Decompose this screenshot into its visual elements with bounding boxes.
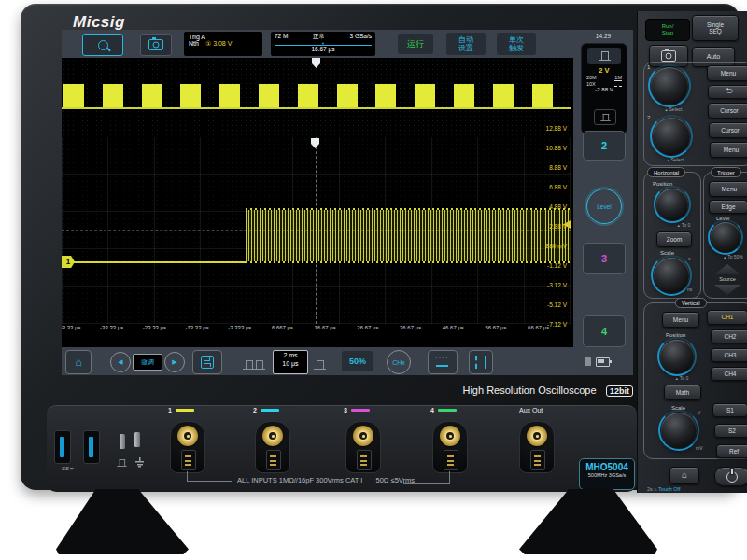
aux-limit: 50Ω ≤5Vrms: [376, 476, 416, 484]
t-scale-label: 6.667 μs: [272, 325, 293, 330]
math-button[interactable]: Math: [664, 385, 701, 400]
run-stop-button[interactable]: Run/Stop: [645, 19, 690, 41]
run-stop-line1: Run/: [662, 23, 674, 30]
trigger-label: Trig A: [189, 34, 258, 40]
auto-setup-line1: 自动: [458, 35, 473, 44]
horizontal-scale-knob[interactable]: [654, 258, 689, 293]
t-scale-label: 46.67 μs: [443, 325, 464, 330]
double-pulse-icon: [253, 360, 265, 370]
s1-button[interactable]: S1: [712, 403, 747, 417]
model-number: MHO5004: [580, 462, 634, 472]
single-seq-line1: Single: [707, 21, 724, 28]
sidebar-channel2-button[interactable]: 2: [583, 131, 626, 161]
usb-status-icon: [585, 357, 591, 366]
search-button[interactable]: [82, 34, 123, 56]
t-scale-label: -33.33 μs: [100, 325, 123, 330]
ref-button[interactable]: Ref: [716, 444, 747, 458]
sidebar-channel3-button[interactable]: 3: [583, 243, 626, 274]
source-label: Source: [714, 277, 740, 283]
home-icon: ⌂: [75, 356, 81, 369]
touchscreen: Trig A Nth① 3.08 V 72 M 正常 3 GSa/s ▼ 16.…: [62, 30, 633, 375]
ch1-button[interactable]: CH1: [707, 310, 747, 325]
single-seq-button[interactable]: SingleSEQ: [692, 15, 739, 41]
waveform-area[interactable]: 1: [62, 137, 571, 324]
cursor-menu-button[interactable]: [428, 350, 458, 374]
single-trigger-button[interactable]: 单次触发: [497, 33, 536, 55]
auto-setup-line2: 设置: [458, 44, 473, 52]
v-scale-label: 10.88 V: [546, 146, 567, 152]
channel2-info-stack[interactable]: 2 V 20M1M 10X -2.88 V: [581, 43, 627, 134]
brand-logo: Micsig: [73, 13, 125, 32]
menu-up-button[interactable]: Menu: [710, 142, 747, 158]
front-connector-panel: SS↞ 1 2 3 4 Aux Out ALL INPUTS 1MΩ//16pF…: [47, 405, 637, 492]
menu-down-button[interactable]: Menu: [707, 65, 747, 81]
stand-foot-right: [519, 489, 657, 554]
horizontal-position-knob[interactable]: [656, 189, 688, 220]
input-ratings: ALL INPUTS 1MΩ//16pF 300Vrms CAT I 50Ω ≤…: [237, 476, 415, 484]
v-scale-label: 12.88 V: [546, 126, 567, 133]
back-button[interactable]: ⮌: [708, 85, 747, 99]
trigger-position-marker[interactable]: [311, 138, 319, 148]
zoom-timebase-icon-wrap: [314, 357, 326, 373]
overview-band[interactable]: [62, 58, 571, 139]
vertical-scale-knob[interactable]: [661, 413, 697, 448]
zoom-button[interactable]: Zoom: [656, 231, 692, 247]
run-button[interactable]: 运行: [398, 34, 433, 54]
edge-button[interactable]: Edge: [709, 200, 747, 214]
vertical-dashed-icon: [475, 356, 486, 369]
power-button[interactable]: [714, 467, 747, 486]
main-timebase-icon-wrap: [243, 357, 265, 373]
vertical-menu-button[interactable]: Menu: [662, 312, 699, 328]
trigger-position-marker-overview[interactable]: [312, 58, 320, 68]
trigger-menu-button[interactable]: Menu: [709, 181, 747, 197]
trigger-info-box[interactable]: Trig A Nth① 3.08 V: [184, 32, 262, 56]
ch2-button[interactable]: CH2: [711, 329, 747, 343]
vertical-position-knob[interactable]: [660, 340, 694, 373]
prev-button[interactable]: ◀: [110, 352, 131, 372]
sidebar-channel4-button[interactable]: 4: [583, 315, 626, 347]
overview-waveform: [63, 84, 569, 108]
multifunction-knob-1[interactable]: [651, 67, 688, 105]
tagline: High Resolution Oscilloscope 12bit: [338, 381, 633, 398]
ground-icon: [134, 455, 145, 471]
memory-depth: 72 M: [275, 33, 288, 41]
battery-icon: [596, 357, 610, 367]
touch-home-button[interactable]: ⌂: [669, 467, 699, 484]
timebase-box[interactable]: 2 ms 10 μs: [273, 350, 308, 374]
sidebar-level-button[interactable]: Level: [586, 189, 622, 224]
v-to-zero-label: ▲To 0: [668, 376, 696, 381]
vertical-cursor-button[interactable]: [469, 350, 493, 374]
usb-ss-icon: SS↞: [62, 465, 74, 471]
home-button[interactable]: ⌂: [65, 350, 92, 374]
save-button[interactable]: [192, 350, 222, 374]
cursor-button-a[interactable]: Cursor: [708, 103, 747, 119]
next-icon: ▶: [172, 358, 176, 366]
channel1-marker[interactable]: 1: [62, 256, 75, 268]
horizontal-title: Horizontal: [647, 167, 685, 177]
camera-icon: [148, 39, 163, 50]
next-button[interactable]: ▶: [164, 352, 185, 372]
channel2-color-dash: [261, 409, 279, 412]
auto-setup-button[interactable]: 自动设置: [446, 33, 486, 55]
channel3-bnc-input: [345, 421, 381, 473]
coupling-button-top[interactable]: [587, 48, 621, 64]
cursor-button-b[interactable]: Cursor: [709, 122, 747, 138]
channel3-label: 3: [344, 407, 370, 413]
coupling-button-bottom[interactable]: [594, 109, 616, 125]
fine-tune-box[interactable]: 微调: [133, 354, 162, 371]
s2-button[interactable]: S2: [714, 424, 747, 438]
vertical-title: Vertical: [675, 298, 707, 308]
ch3-button[interactable]: CH3: [711, 348, 747, 362]
percent-button[interactable]: 50%: [342, 351, 374, 371]
h-position-marker-icon: ▼: [321, 42, 325, 46]
camera-icon: [661, 50, 676, 62]
trigger-level-knob[interactable]: [711, 222, 740, 252]
multifunction-knob-2[interactable]: [653, 118, 690, 155]
ch4-button[interactable]: CH4: [711, 367, 747, 381]
v-scale-label: 2.88 V: [549, 224, 567, 231]
screenshot-button[interactable]: [140, 34, 172, 56]
acquisition-info-box[interactable]: 72 M 正常 3 GSa/s ▼ 16.67 μs: [271, 32, 375, 56]
knob2-select-label: ▲Select: [656, 158, 694, 162]
unit-mv-label: mV: [696, 446, 703, 451]
chx-button[interactable]: CHx: [387, 350, 411, 374]
